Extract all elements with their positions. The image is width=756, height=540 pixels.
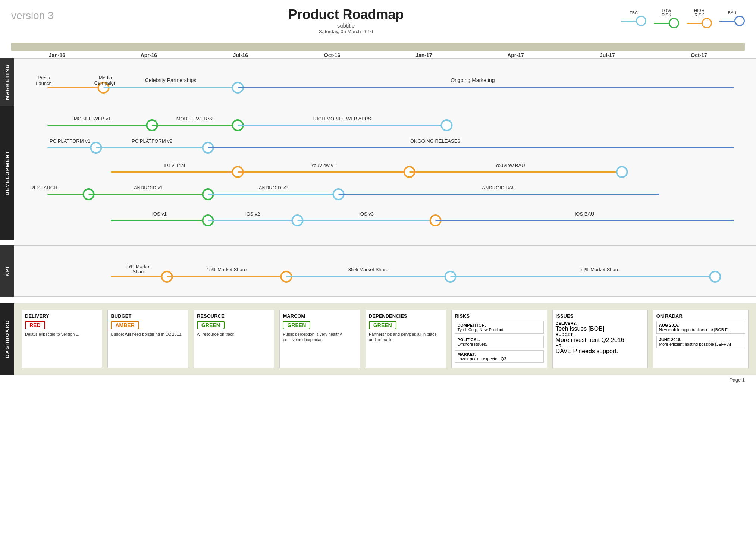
- dependencies-text: Partnerships and services all in place a…: [369, 332, 443, 343]
- resource-card: RESOURCE GREEN All resource on track.: [194, 310, 274, 368]
- svg-text:iOS v2: iOS v2: [245, 211, 260, 217]
- dashboard-label: DASHBOARD: [0, 303, 14, 375]
- resource-title: RESOURCE: [197, 313, 271, 319]
- issue-delivery: DELIVERY. Tech issues [BOB]: [556, 321, 644, 332]
- on-radar-june: JUNE 2016. More efficient hosting possib…: [656, 336, 745, 348]
- dependencies-title: DEPENDENCIES: [369, 313, 443, 319]
- title-block: Product Roadmap subtitle Saturday, 05 Ma…: [71, 7, 621, 34]
- legend-item-bau: BAU: [719, 10, 745, 26]
- dashboard-section: DASHBOARD DELIVERY RED Delays expected t…: [0, 303, 756, 375]
- on-radar-title: ON RADAR: [656, 313, 745, 319]
- marcom-text: Public perception is very healthy, posit…: [283, 332, 357, 343]
- development-label: DEVELOPMENT: [0, 106, 14, 240]
- timeline-jul16: Jul-16: [195, 52, 286, 58]
- svg-text:IPTV Trial: IPTV Trial: [164, 163, 185, 168]
- timeline-jan17: Jan-17: [378, 52, 470, 58]
- svg-text:[n]% Market Share: [n]% Market Share: [580, 267, 620, 272]
- risk-item-competitor: COMPETITOR. Tyrell Corp, New Product.: [455, 321, 543, 334]
- timeline-apr16: Apr-16: [103, 52, 195, 58]
- svg-text:PC PLATFORM v2: PC PLATFORM v2: [132, 138, 172, 144]
- svg-text:YouView BAU: YouView BAU: [495, 163, 525, 168]
- on-radar-card: ON RADAR AUG 2016. New mobile opportunit…: [653, 310, 749, 368]
- svg-text:ANDROID v2: ANDROID v2: [259, 185, 288, 191]
- page-number: Page 1: [0, 375, 756, 385]
- issues-title: ISSUES: [556, 313, 644, 319]
- svg-point-35: [617, 167, 627, 177]
- resource-text: All resource on track.: [197, 332, 271, 337]
- svg-point-18: [442, 120, 452, 131]
- svg-text:Press: Press: [38, 75, 50, 81]
- svg-text:iOS v1: iOS v1: [152, 211, 167, 217]
- version-label: version 3: [11, 10, 71, 22]
- kpi-content: 5% Market Share 15% Market Share 35% Mar…: [14, 245, 756, 297]
- dashboard-content: DELIVERY RED Delays expected to Version …: [14, 303, 756, 375]
- marketing-label: MARKETING: [0, 58, 14, 106]
- svg-text:iOS v3: iOS v3: [359, 211, 374, 217]
- legend-item-low-risk: LOWRISK: [654, 8, 679, 28]
- development-svg: MOBILE WEB v1 MOBILE WEB v2 RICH MOBILE …: [22, 109, 749, 243]
- marketing-content: Press Launch Media Campaign Celebrity Pa…: [14, 58, 756, 106]
- svg-text:MOBILE WEB v1: MOBILE WEB v1: [74, 116, 111, 122]
- svg-text:MOBILE WEB v2: MOBILE WEB v2: [176, 116, 214, 122]
- kpi-svg: 5% Market Share 15% Market Share 35% Mar…: [22, 249, 749, 293]
- marketing-svg: Press Launch Media Campaign Celebrity Pa…: [22, 62, 749, 103]
- svg-text:ANDROID BAU: ANDROID BAU: [482, 185, 515, 191]
- marcom-badge: GREEN: [283, 321, 310, 329]
- svg-text:iOS BAU: iOS BAU: [575, 211, 594, 217]
- risk-item-market: MARKET. Lower pricing expected Q3: [455, 350, 543, 363]
- timeline-labels: Jan-16 Apr-16 Jul-16 Oct-16 Jan-17 Apr-1…: [11, 51, 745, 58]
- delivery-badge: RED: [25, 321, 45, 329]
- svg-text:15% Market Share: 15% Market Share: [207, 267, 247, 272]
- svg-text:PC PLATFORM v1: PC PLATFORM v1: [50, 138, 90, 144]
- svg-text:Celebrity Partnerships: Celebrity Partnerships: [145, 77, 197, 83]
- risk-item-political: POLITICAL. Offshore issues.: [455, 336, 543, 348]
- svg-text:RESEARCH: RESEARCH: [30, 185, 57, 191]
- delivery-card: DELIVERY RED Delays expected to Version …: [22, 310, 102, 368]
- svg-text:5% Market: 5% Market: [127, 264, 151, 269]
- legend-item-high-risk: HIGHRISK: [687, 8, 712, 28]
- svg-text:Ongoing Marketing: Ongoing Marketing: [451, 77, 495, 83]
- delivery-title: DELIVERY: [25, 313, 99, 319]
- timeline-bar: [11, 43, 745, 51]
- subtitle: subtitle: [71, 22, 621, 29]
- timeline-oct16: Oct-16: [286, 52, 378, 58]
- svg-text:RICH MOBILE WEB APPS: RICH MOBILE WEB APPS: [313, 116, 371, 122]
- marcom-title: MARCOM: [283, 313, 357, 319]
- legend-item-tbc: TBC: [621, 10, 646, 26]
- development-section-wrapper: DEVELOPMENT MOBILE WEB v1 MOBILE WEB v2 …: [0, 106, 756, 245]
- marcom-card: MARCOM GREEN Public perception is very h…: [279, 310, 360, 368]
- risks-title: RISKS: [455, 313, 543, 319]
- kpi-section-wrapper: KPI 5% Market Share 15% Market Share 35%…: [0, 245, 756, 297]
- svg-text:35% Market Share: 35% Market Share: [348, 267, 389, 272]
- delivery-text: Delays expected to Version 1.: [25, 332, 99, 337]
- timeline-apr17: Apr-17: [470, 52, 561, 58]
- budget-badge: AMBER: [111, 321, 139, 329]
- risks-card: RISKS COMPETITOR. Tyrell Corp, New Produ…: [451, 310, 547, 368]
- marketing-section-wrapper: MARKETING Press Launch Media Campaign Ce…: [0, 58, 756, 106]
- svg-text:ANDROID v1: ANDROID v1: [134, 185, 163, 191]
- timeline-oct17: Oct-17: [653, 52, 745, 58]
- issue-hr: HR. DAVE P needs support.: [556, 343, 644, 355]
- issue-budget: BUDGET. More investment Q2 2016.: [556, 332, 644, 343]
- budget-card: BUDGET AMBER Budget will need bolstering…: [107, 310, 188, 368]
- svg-text:Media: Media: [99, 75, 112, 81]
- svg-text:Campaign: Campaign: [94, 80, 116, 86]
- timeline-jul17: Jul-17: [561, 52, 653, 58]
- spacer: [0, 297, 756, 303]
- svg-text:ONGOING RELEASES: ONGOING RELEASES: [410, 138, 461, 144]
- budget-text: Budget will need bolstering in Q2 2011.: [111, 332, 185, 337]
- budget-title: BUDGET: [111, 313, 185, 319]
- svg-text:YouView v1: YouView v1: [311, 163, 336, 168]
- issues-card: ISSUES DELIVERY. Tech issues [BOB] BUDGE…: [552, 310, 648, 368]
- header: version 3 Product Roadmap subtitle Satur…: [0, 0, 756, 34]
- timeline-section: Jan-16 Apr-16 Jul-16 Oct-16 Jan-17 Apr-1…: [0, 43, 756, 58]
- timeline-jan16: Jan-16: [11, 52, 103, 58]
- development-content: MOBILE WEB v1 MOBILE WEB v2 RICH MOBILE …: [14, 106, 756, 245]
- svg-text:Launch: Launch: [36, 81, 52, 86]
- date-label: Saturday, 05 March 2016: [71, 29, 621, 34]
- resource-badge: GREEN: [197, 321, 225, 329]
- kpi-label: KPI: [0, 245, 14, 297]
- dependencies-card: DEPENDENCIES GREEN Partnerships and serv…: [366, 310, 446, 368]
- main-title: Product Roadmap: [71, 7, 621, 22]
- legend: TBC LOWRISK HIGHRISK BAU: [621, 8, 745, 28]
